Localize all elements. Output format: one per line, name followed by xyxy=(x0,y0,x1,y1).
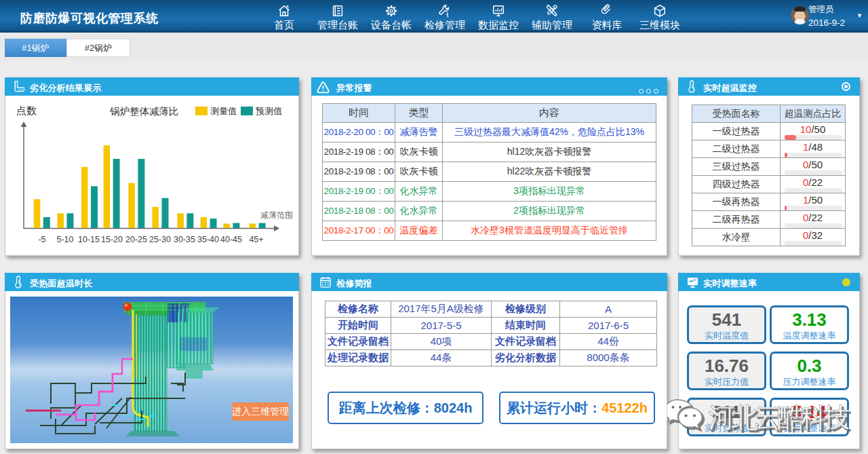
svg-text:预测值: 预测值 xyxy=(255,106,282,116)
svg-text:35-40: 35-40 xyxy=(197,235,219,244)
svg-text:40-45: 40-45 xyxy=(220,235,242,244)
svg-text:点数: 点数 xyxy=(16,105,37,116)
svg-text:25-30: 25-30 xyxy=(149,235,171,244)
svg-text:锅炉整体减薄比: 锅炉整体减薄比 xyxy=(110,106,179,117)
svg-text:20-25: 20-25 xyxy=(125,235,147,244)
svg-text:-5: -5 xyxy=(38,235,45,244)
svg-text:河北云酷科技: 河北云酷科技 xyxy=(708,402,850,432)
svg-text:15-20: 15-20 xyxy=(101,235,123,244)
svg-text:10-15: 10-15 xyxy=(78,235,100,244)
svg-text:5-10: 5-10 xyxy=(56,235,73,244)
svg-text:减薄范围: 减薄范围 xyxy=(260,210,293,220)
svg-text:30-35: 30-35 xyxy=(174,235,195,244)
svg-text:45+: 45+ xyxy=(249,235,263,244)
svg-text:测量值: 测量值 xyxy=(210,106,237,116)
